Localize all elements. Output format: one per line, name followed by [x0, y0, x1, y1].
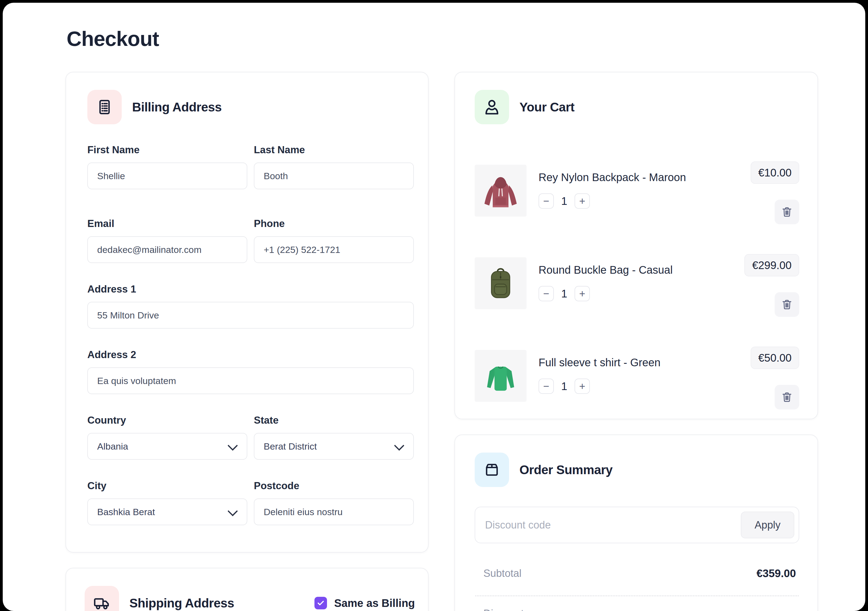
state-label: State	[254, 414, 414, 426]
quantity-value: 1	[554, 195, 575, 207]
city-label: City	[87, 480, 247, 492]
quantity-value: 1	[554, 288, 575, 300]
phone-input[interactable]	[254, 236, 414, 263]
quantity-decrease-button[interactable]: −	[539, 193, 554, 209]
postcode-input[interactable]	[254, 499, 414, 525]
item-price: €299.00	[744, 254, 799, 277]
billing-form: First Name Last Name Email Phone	[87, 144, 414, 525]
shipping-card-title: Shipping Address	[129, 596, 234, 611]
package-icon	[475, 452, 509, 487]
remove-item-button[interactable]	[775, 292, 799, 317]
person-icon	[475, 90, 509, 124]
subtotal-label: Subtotal	[484, 567, 521, 579]
shipping-card-header: Shipping Address	[85, 586, 234, 611]
country-select[interactable]: Albania	[87, 433, 247, 460]
checkout-page: Checkout Billing Address First Name	[3, 3, 865, 611]
email-input[interactable]	[87, 236, 247, 263]
cart-item: Full sleeve t shirt - Green − 1 + €50.00	[475, 350, 799, 409]
summary-card-title: Order Summary	[519, 462, 612, 477]
cart-item-name: Full sleeve t shirt - Green	[539, 356, 734, 369]
product-image-olive-backpack	[475, 257, 527, 309]
quantity-increase-button[interactable]: +	[575, 193, 590, 209]
country-label: Country	[87, 414, 247, 426]
shipping-address-card: Shipping Address Same as Billing	[65, 568, 429, 611]
discount-code-box: Apply	[475, 507, 799, 543]
discount-code-input[interactable]	[485, 519, 741, 531]
quantity-increase-button[interactable]: +	[575, 379, 590, 394]
first-name-label: First Name	[87, 144, 247, 156]
cart-item: Round Buckle Bag - Casual − 1 + €299.00	[475, 257, 799, 317]
same-as-billing-checkbox[interactable]	[315, 597, 327, 609]
phone-label: Phone	[254, 218, 414, 230]
subtotal-value: €359.00	[756, 567, 796, 580]
item-price: €50.00	[751, 347, 799, 369]
summary-card-header: Order Summary	[475, 452, 799, 487]
address2-label: Address 2	[87, 349, 414, 361]
quantity-value: 1	[554, 380, 575, 392]
billing-card-title: Billing Address	[132, 100, 222, 114]
page-title: Checkout	[67, 27, 159, 51]
city-select[interactable]: Bashkia Berat	[87, 499, 247, 525]
apply-discount-button[interactable]: Apply	[741, 511, 794, 538]
address1-input[interactable]	[87, 302, 414, 329]
same-as-billing-group: Same as Billing	[315, 597, 415, 609]
cart-item-name: Rey Nylon Backpack - Maroon	[539, 171, 734, 183]
discount-label: Discount	[484, 608, 524, 611]
last-name-label: Last Name	[254, 144, 414, 156]
remove-item-button[interactable]	[775, 385, 799, 409]
summary-divider	[475, 595, 799, 596]
cart-card-title: Your Cart	[519, 100, 575, 114]
truck-icon	[85, 586, 119, 611]
order-summary-card: Order Summary Apply Subtotal €359.00 Dis…	[454, 435, 818, 611]
address2-input[interactable]	[87, 367, 414, 394]
cart-item: Rey Nylon Backpack - Maroon − 1 + €10.00	[475, 165, 799, 224]
billing-list-icon	[87, 90, 122, 124]
same-as-billing-label: Same as Billing	[334, 597, 415, 609]
address1-label: Address 1	[87, 283, 414, 295]
discount-row: Discount	[475, 608, 799, 611]
billing-address-card: Billing Address First Name Last Name Ema…	[65, 72, 429, 553]
item-price: €10.00	[751, 162, 799, 184]
email-label: Email	[87, 218, 247, 230]
quantity-decrease-button[interactable]: −	[539, 379, 554, 394]
quantity-decrease-button[interactable]: −	[539, 286, 554, 301]
cart-card: Your Cart Re	[454, 72, 818, 419]
postcode-label: Postcode	[254, 480, 414, 492]
product-image-green-shirt	[475, 350, 527, 402]
remove-item-button[interactable]	[775, 200, 799, 224]
subtotal-row: Subtotal €359.00	[475, 567, 799, 580]
product-image-maroon-hoodie	[475, 165, 527, 217]
last-name-input[interactable]	[254, 163, 414, 189]
cart-item-name: Round Buckle Bag - Casual	[539, 264, 734, 276]
billing-card-header: Billing Address	[87, 90, 414, 124]
quantity-increase-button[interactable]: +	[575, 286, 590, 301]
cart-card-header: Your Cart	[475, 90, 799, 124]
state-select[interactable]: Berat District	[254, 433, 414, 460]
first-name-input[interactable]	[87, 163, 247, 189]
